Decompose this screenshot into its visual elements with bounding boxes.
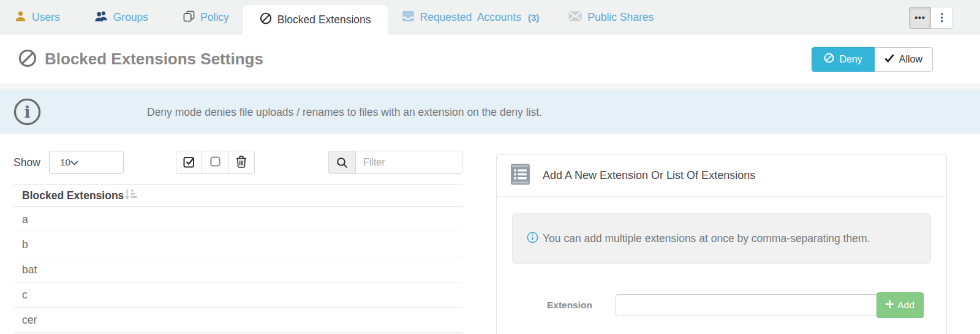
- more-vertical-button[interactable]: ⋮: [931, 7, 953, 29]
- info-circle-icon: i: [13, 97, 42, 129]
- ellipsis-h-icon: •••: [914, 13, 925, 23]
- window-controls: ••• ⋮: [909, 7, 953, 29]
- check-icon: [884, 54, 894, 65]
- tab-label: Users: [32, 11, 60, 24]
- page-size-value: 10: [60, 157, 70, 168]
- filter-group: [328, 151, 462, 174]
- tab-label: Groups: [113, 11, 148, 24]
- column-header: Blocked Extensions: [22, 189, 124, 202]
- extension-input[interactable]: [616, 294, 878, 316]
- blocked-extensions-section: Show 10 Blocked Extensions a b bat: [13, 151, 462, 333]
- table-row[interactable]: b: [13, 232, 462, 257]
- table-row[interactable]: c: [13, 283, 462, 308]
- table-row[interactable]: bat: [13, 257, 462, 283]
- extension-value: c: [22, 289, 28, 302]
- blocked-extensions-table: Blocked Extensions a b bat c cer: [13, 184, 462, 333]
- tab-policy[interactable]: Policy: [172, 0, 241, 35]
- info-circle-icon: [527, 232, 538, 246]
- table-row[interactable]: a: [13, 207, 462, 232]
- extension-value: a: [22, 213, 28, 226]
- show-label: Show: [13, 156, 40, 169]
- extension-value: cer: [22, 314, 37, 327]
- tab-label: Policy: [200, 11, 229, 24]
- ban-icon: [824, 53, 834, 66]
- hint-text: You can add multiple extensions at once …: [543, 232, 870, 245]
- square-icon: [210, 156, 221, 169]
- ban-icon: [260, 12, 272, 28]
- card-title: Add A New Extension Or List Of Extension…: [543, 169, 755, 182]
- chevron-down-icon: [70, 157, 78, 168]
- page-title: Blocked Extensions Settings: [45, 50, 263, 69]
- blocked-extensions-page: Users Groups Policy Blocked Extensions R…: [0, 0, 980, 334]
- info-banner: i Deny mode denies file uploads / rename…: [0, 89, 980, 134]
- add-button[interactable]: Add: [876, 292, 924, 318]
- tab-label: Public Shares: [587, 11, 654, 24]
- filter-input[interactable]: [355, 151, 462, 174]
- group-icon: [95, 10, 108, 25]
- more-horizontal-button[interactable]: •••: [909, 7, 931, 29]
- tab-requested-accounts[interactable]: Requested Accounts (3): [390, 0, 551, 35]
- hint-box: You can add multiple extensions at once …: [512, 213, 931, 264]
- add-label: Add: [897, 300, 914, 311]
- envelope-icon: [568, 11, 582, 25]
- sort-icon: [124, 189, 137, 203]
- mode-toggle-group: Deny Allow: [812, 47, 933, 72]
- tab-label: Requested Accounts: [420, 11, 521, 24]
- ellipsis-v-icon: ⋮: [937, 11, 947, 24]
- selection-toolbar: [176, 151, 255, 174]
- requested-accounts-count: (3): [528, 12, 539, 23]
- add-extension-card: Add A New Extension Or List Of Extension…: [496, 154, 947, 334]
- tab-public-shares[interactable]: Public Shares: [557, 0, 665, 35]
- trash-icon: [236, 156, 247, 170]
- card-header: Add A New Extension Or List Of Extension…: [497, 155, 946, 197]
- tab-blocked-extensions[interactable]: Blocked Extensions: [243, 5, 388, 35]
- allow-button[interactable]: Allow: [875, 47, 933, 72]
- inbox-icon: [402, 10, 415, 25]
- plus-icon: [886, 300, 894, 311]
- page-header: Blocked Extensions Settings Deny Allow: [0, 35, 980, 83]
- list-alt-icon: [509, 163, 532, 188]
- select-all-button[interactable]: [176, 151, 202, 174]
- extension-value: bat: [22, 264, 37, 276]
- extension-form-row: Extension Add: [497, 292, 946, 318]
- tab-bar: Users Groups Policy Blocked Extensions R…: [0, 0, 980, 35]
- table-header-row[interactable]: Blocked Extensions: [13, 184, 462, 207]
- table-row[interactable]: cer: [13, 308, 462, 333]
- tab-label: Blocked Extensions: [277, 13, 371, 26]
- tab-groups[interactable]: Groups: [83, 0, 160, 35]
- extension-value: b: [22, 238, 28, 251]
- table-controls: Show 10: [13, 151, 462, 174]
- banner-text: Deny mode denies file uploads / renames …: [147, 105, 542, 118]
- deselect-all-button[interactable]: [202, 151, 228, 174]
- ban-icon: [18, 49, 37, 70]
- extension-label: Extension: [538, 300, 592, 311]
- page-size-select[interactable]: 10: [49, 151, 124, 174]
- search-icon: [328, 151, 355, 174]
- tab-users[interactable]: Users: [3, 0, 72, 35]
- copy-icon: [183, 10, 195, 25]
- user-icon: [15, 10, 26, 25]
- divider: [0, 83, 980, 89]
- deny-label: Deny: [839, 54, 862, 65]
- deny-button[interactable]: Deny: [812, 47, 874, 72]
- check-square-icon: [183, 156, 195, 170]
- allow-label: Allow: [899, 54, 922, 65]
- delete-button[interactable]: [228, 151, 255, 174]
- extension-input-group: Add: [616, 292, 924, 318]
- svg-text:i: i: [24, 102, 30, 121]
